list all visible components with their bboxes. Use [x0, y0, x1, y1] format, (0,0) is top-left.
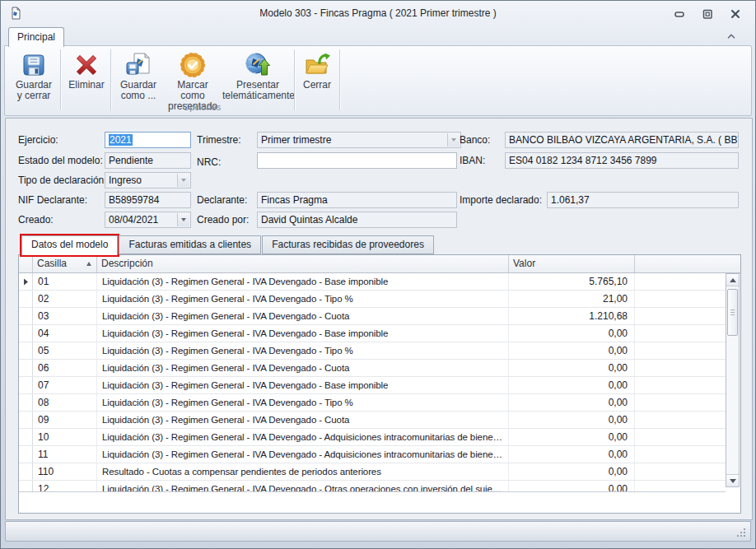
column-title: Casilla [37, 258, 67, 269]
table-row[interactable]: 09 Liquidación (3) - Regimen General - I… [19, 412, 726, 429]
tab-principal[interactable]: Principal [8, 27, 64, 47]
table-row[interactable]: 04 Liquidación (3) - Regimen General - I… [19, 325, 726, 342]
chevron-down-icon[interactable] [177, 174, 189, 187]
table-row[interactable]: 06 Liquidación (3) - Regimen General - I… [19, 360, 726, 377]
delete-button[interactable]: Eliminar [63, 49, 110, 112]
table-row[interactable]: 10 Liquidación (3) - Regimen General - I… [19, 429, 726, 446]
save-and-close-button[interactable]: Guardary cerrar [10, 49, 58, 112]
cell-valor: 21,00 [509, 291, 635, 307]
importe-declarado-label: Importe declarado: [460, 194, 542, 206]
cell-valor: 1.210,68 [509, 308, 635, 324]
resize-grip-icon[interactable] [736, 528, 746, 537]
creado-por-value: David Quintas Alcalde [261, 214, 357, 226]
seal-check-icon [180, 52, 206, 78]
cell-empty [635, 291, 726, 307]
creado-datepicker[interactable]: 08/04/2021 [105, 212, 191, 228]
chevron-down-icon[interactable] [177, 213, 189, 226]
creado-por-field[interactable]: David Quintas Alcalde [257, 212, 457, 228]
minimize-button[interactable] [672, 7, 687, 21]
cell-empty [635, 273, 726, 290]
trimestre-value: Primer trimestre [261, 134, 331, 146]
cell-casilla: 07 [33, 377, 97, 393]
row-indicator [19, 273, 33, 290]
cell-casilla: 110 [33, 463, 97, 480]
cell-empty [635, 360, 726, 376]
cell-empty [635, 463, 726, 480]
ejercicio-label: Ejercicio: [18, 134, 58, 146]
importe-value: 1.061,37 [551, 194, 590, 206]
column-header-casilla[interactable]: Casilla [33, 255, 97, 272]
save-icon [21, 52, 47, 78]
banco-field[interactable]: BANCO BILBAO VIZCAYA ARGENTARIA, S.A. ( … [505, 132, 739, 148]
iban-field[interactable]: ES04 0182 1234 8712 3456 7899 [505, 152, 739, 169]
tab-facturas-recibidas[interactable]: Facturas recibidas de proveedores [262, 235, 434, 254]
ribbon-separator [110, 49, 111, 110]
cell-descripcion: Liquidación (3) - Regimen General - IVA … [97, 325, 509, 342]
table-row[interactable]: 02 Liquidación (3) - Regimen General - I… [19, 291, 726, 308]
tab-facturas-emitidas[interactable]: Facturas emitidas a clientes [119, 235, 261, 254]
table-row[interactable]: 110 Resultado - Cuotas a compensar pendi… [19, 463, 726, 481]
vertical-scrollbar[interactable] [726, 273, 740, 487]
declarante-value: Fincas Pragma [261, 194, 328, 206]
cell-valor: 5.765,10 [509, 273, 635, 290]
row-indicator [19, 412, 33, 428]
cell-descripcion: Liquidación (3) - Regimen General - IVA … [97, 360, 509, 376]
close-button[interactable] [728, 7, 743, 21]
row-indicator [19, 463, 33, 480]
window-title: Modelo 303 - Fincas Pragma ( 2021 Primer… [2, 2, 754, 26]
cell-descripcion: Liquidación (3) - Regimen General - IVA … [97, 412, 509, 428]
ribbon-collapse-icon[interactable] [724, 30, 739, 43]
table-row[interactable]: 05 Liquidación (3) - Regimen General - I… [19, 342, 726, 360]
cell-casilla: 10 [33, 429, 97, 445]
iban-label: IBAN: [460, 155, 485, 166]
button-label: Marcar como [165, 80, 221, 101]
row-indicator-header [19, 255, 33, 272]
tab-datos-del-modelo[interactable]: Datos del modelo [21, 235, 118, 255]
title-bar[interactable]: Modelo 303 - Fincas Pragma ( 2021 Primer… [2, 2, 754, 26]
cell-empty [635, 394, 726, 411]
app-window: Modelo 303 - Fincas Pragma ( 2021 Primer… [0, 0, 756, 549]
column-header-valor[interactable]: Valor [509, 255, 635, 272]
column-header-descripcion[interactable]: Descripción [97, 255, 509, 272]
importe-declarado-field[interactable]: 1.061,37 [547, 192, 739, 208]
row-indicator [19, 481, 33, 492]
trimestre-combobox[interactable]: Primer trimestre [257, 132, 461, 148]
table-row[interactable]: 08 Liquidación (3) - Regimen General - I… [19, 394, 726, 412]
scrollbar-thumb[interactable] [727, 289, 738, 336]
cell-casilla: 11 [33, 446, 97, 463]
cell-valor: 0,00 [509, 446, 635, 463]
tipo-declaracion-combobox[interactable]: Ingreso [105, 172, 191, 188]
declarante-label: Declarante: [197, 194, 247, 206]
table-row[interactable]: 07 Liquidación (3) - Regimen General - I… [19, 377, 726, 394]
table-row[interactable]: 12 Liquidación (3) - Regimen General - I… [19, 481, 726, 492]
nif-declarante-field[interactable]: B58959784 [105, 192, 191, 208]
restore-button[interactable] [700, 7, 715, 21]
declarante-field[interactable]: Fincas Pragma [257, 192, 457, 208]
chevron-down-icon[interactable] [447, 133, 460, 147]
nrc-input[interactable] [257, 152, 457, 169]
estado-field[interactable]: Pendiente [105, 152, 191, 169]
button-label: como ... [114, 91, 163, 101]
cell-casilla: 02 [33, 291, 97, 307]
scroll-up-icon[interactable] [726, 274, 739, 286]
row-indicator [19, 325, 33, 342]
cell-descripcion: Resultado - Cuotas a compensar pendiente… [97, 463, 509, 480]
cell-empty [635, 429, 726, 445]
table-row[interactable]: 11 Liquidación (3) - Regimen General - I… [19, 446, 726, 463]
row-indicator [19, 291, 33, 307]
table-row[interactable]: 03 Liquidación (3) - Regimen General - I… [19, 308, 726, 325]
row-indicator [19, 342, 33, 359]
scroll-down-icon[interactable] [726, 474, 739, 486]
banco-value: BANCO BILBAO VIZCAYA ARGENTARIA, S.A. ( … [509, 134, 739, 146]
close-form-button[interactable]: Cerrar [296, 49, 338, 112]
ejercicio-field[interactable]: 2021 [105, 132, 191, 148]
cell-casilla: 01 [33, 273, 97, 290]
button-label: Cerrar [296, 80, 338, 91]
ribbon: Guardary cerrar Eliminar Guardarcomo ...… [4, 45, 752, 116]
cell-descripcion: Liquidación (3) - Regimen General - IVA … [97, 446, 509, 463]
table-row[interactable]: 01 Liquidación (3) - Regimen General - I… [19, 273, 726, 291]
button-label: Eliminar [63, 80, 110, 91]
row-indicator [19, 429, 33, 445]
button-label: y cerrar [10, 91, 58, 101]
estado-label: Estado del modelo: [18, 155, 103, 166]
